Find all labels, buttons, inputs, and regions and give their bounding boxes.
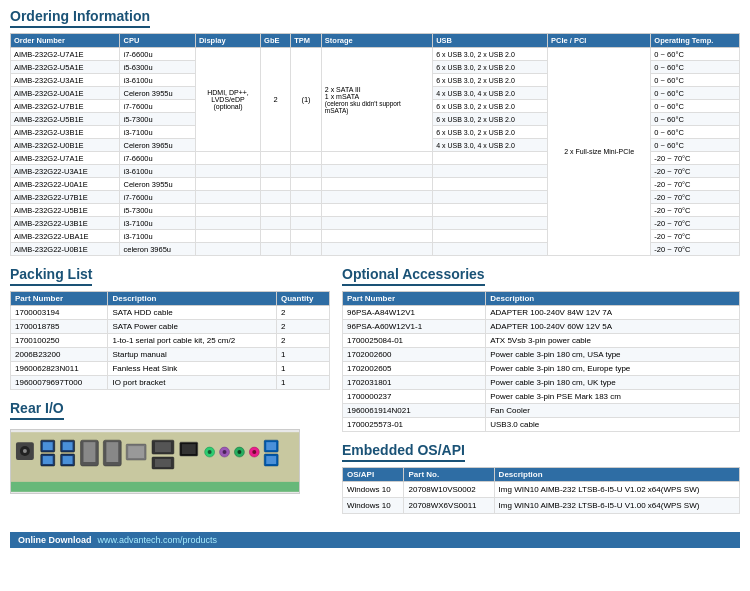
list-item: 2006B23200Startup manual1 bbox=[11, 348, 330, 362]
opt-desc: ATX 5Vsb 3-pin power cable bbox=[486, 334, 740, 348]
storage-cell bbox=[321, 191, 432, 204]
cpu-cell: i3-6100u bbox=[120, 74, 195, 87]
gbe-cell bbox=[261, 152, 291, 165]
temp-cell: 0 ~ 60°C bbox=[651, 100, 740, 113]
order-number-cell: AIMB-232G22-U7B1E bbox=[11, 191, 120, 204]
display-cell bbox=[195, 243, 260, 256]
packing-part: 1700100250 bbox=[11, 334, 108, 348]
packing-desc: SATA HDD cable bbox=[108, 306, 277, 320]
order-number-cell: AIMB-232G2-U0A1E bbox=[11, 87, 120, 100]
gbe-cell bbox=[261, 165, 291, 178]
packing-desc: SATA Power cable bbox=[108, 320, 277, 334]
opt-desc: Power cable 3-pin 180 cm, Europe type bbox=[486, 362, 740, 376]
opt-part: 1960061914N021 bbox=[343, 404, 486, 418]
cpu-cell: i3-6100u bbox=[120, 165, 195, 178]
usb-cell: 6 x USB 3.0, 2 x USB 2.0 bbox=[433, 113, 548, 126]
left-column: Packing List Part Number Description Qua… bbox=[10, 266, 330, 524]
col-display: Display bbox=[195, 34, 260, 48]
packing-qty: 2 bbox=[276, 306, 329, 320]
display-cell bbox=[195, 178, 260, 191]
cpu-cell: i7-7600u bbox=[120, 191, 195, 204]
tpm-cell bbox=[291, 165, 322, 178]
online-url[interactable]: www.advantech.com/products bbox=[98, 535, 218, 545]
list-item: Windows 1020708W10VS0002Img WIN10 AIMB-2… bbox=[343, 482, 740, 498]
packing-col-desc: Description bbox=[108, 292, 277, 306]
os-desc: Img WIN10 AIMB-232 LTSB-6-I5-U V1.00 x64… bbox=[494, 498, 739, 514]
list-item: 1960062823N011Fanless Heat Sink1 bbox=[11, 362, 330, 376]
packing-qty: 2 bbox=[276, 334, 329, 348]
packing-part: 1700003194 bbox=[11, 306, 108, 320]
usb-cell: 6 x USB 3.0, 2 x USB 2.0 bbox=[433, 126, 548, 139]
list-item: 1700025084-01ATX 5Vsb 3-pin power cable bbox=[343, 334, 740, 348]
svg-rect-36 bbox=[11, 481, 299, 491]
ordering-section: Ordering Information Order Number CPU Di… bbox=[10, 8, 740, 256]
usb-cell: 6 x USB 3.0, 2 x USB 2.0 bbox=[433, 74, 548, 87]
packing-qty: 1 bbox=[276, 362, 329, 376]
list-item: 1702031801Power cable 3-pin 180 cm, UK t… bbox=[343, 376, 740, 390]
list-item: 1960061914N021Fan Cooler bbox=[343, 404, 740, 418]
col-storage: Storage bbox=[321, 34, 432, 48]
packing-col-part: Part Number bbox=[11, 292, 108, 306]
svg-rect-9 bbox=[63, 442, 73, 450]
packing-col-qty: Quantity bbox=[276, 292, 329, 306]
usb-cell: 6 x USB 3.0, 2 x USB 2.0 bbox=[433, 48, 548, 61]
order-number-cell: AIMB-232G2-U3B1E bbox=[11, 126, 120, 139]
temp-cell: 0 ~ 60°C bbox=[651, 126, 740, 139]
temp-cell: -20 ~ 70°C bbox=[651, 178, 740, 191]
optional-table: Part Number Description 96PSA-A84W12V1AD… bbox=[342, 291, 740, 432]
list-item: 96PSA-A60W12V1-1ADAPTER 100-240V 60W 12V… bbox=[343, 320, 740, 334]
svg-rect-13 bbox=[83, 442, 95, 462]
table-row: AIMB-232G2-U7A1Ei7-6600uHDMI, DP++,LVDS/… bbox=[11, 48, 740, 61]
os-col-desc: Description bbox=[494, 468, 739, 482]
pcie-cell: 2 x Full-size Mini-PCIe bbox=[548, 48, 651, 256]
storage-cell bbox=[321, 230, 432, 243]
list-item: Windows 1020708WX6VS0011Img WIN10 AIMB-2… bbox=[343, 498, 740, 514]
storage-cell bbox=[321, 165, 432, 178]
svg-rect-35 bbox=[266, 456, 276, 464]
order-number-cell: AIMB-232G22-U0B1E bbox=[11, 243, 120, 256]
order-number-cell: AIMB-232G22-U5B1E bbox=[11, 204, 120, 217]
packing-section: Packing List Part Number Description Qua… bbox=[10, 266, 330, 390]
svg-rect-23 bbox=[182, 444, 196, 454]
display-cell bbox=[195, 204, 260, 217]
os-part: 20708WX6VS0011 bbox=[404, 498, 494, 514]
tpm-cell bbox=[291, 191, 322, 204]
opt-desc: Fan Cooler bbox=[486, 404, 740, 418]
temp-cell: -20 ~ 70°C bbox=[651, 152, 740, 165]
tpm-cell bbox=[291, 204, 322, 217]
packing-part: 1700018785 bbox=[11, 320, 108, 334]
tpm-cell bbox=[291, 217, 322, 230]
list-item: 1700000237Power cable 3-pin PSE Mark 183… bbox=[343, 390, 740, 404]
rear-io-title: Rear I/O bbox=[10, 400, 64, 420]
packing-part: 2006B23200 bbox=[11, 348, 108, 362]
order-number-cell: AIMB-232G2-U3A1E bbox=[11, 74, 120, 87]
packing-desc: Fanless Heat Sink bbox=[108, 362, 277, 376]
order-number-cell: AIMB-232G2-U7B1E bbox=[11, 100, 120, 113]
temp-cell: -20 ~ 70°C bbox=[651, 243, 740, 256]
opt-part: 96PSA-A60W12V1-1 bbox=[343, 320, 486, 334]
usb-cell bbox=[433, 243, 548, 256]
os-api: Windows 10 bbox=[343, 498, 404, 514]
storage-cell: 2 x SATA III1 x mSATA(celeron sku didn't… bbox=[321, 48, 432, 152]
opt-part: 1700025084-01 bbox=[343, 334, 486, 348]
temp-cell: -20 ~ 70°C bbox=[651, 217, 740, 230]
opt-desc: ADAPTER 100-240V 84W 12V 7A bbox=[486, 306, 740, 320]
temp-cell: 0 ~ 60°C bbox=[651, 74, 740, 87]
os-part: 20708W10VS0002 bbox=[404, 482, 494, 498]
svg-rect-19 bbox=[155, 442, 171, 452]
packing-qty: 2 bbox=[276, 320, 329, 334]
cpu-cell: i3-7100u bbox=[120, 230, 195, 243]
order-number-cell: AIMB-232G22-U3B1E bbox=[11, 217, 120, 230]
svg-point-29 bbox=[237, 450, 241, 454]
opt-desc: USB3.0 cable bbox=[486, 418, 740, 432]
tpm-cell bbox=[291, 230, 322, 243]
right-column: Optional Accessories Part Number Descrip… bbox=[342, 266, 740, 524]
gbe-cell: 2 bbox=[261, 48, 291, 152]
opt-col-part: Part Number bbox=[343, 292, 486, 306]
online-label: Online Download bbox=[18, 535, 92, 545]
col-cpu: CPU bbox=[120, 34, 195, 48]
opt-part: 1700025573-01 bbox=[343, 418, 486, 432]
temp-cell: 0 ~ 60°C bbox=[651, 48, 740, 61]
svg-point-31 bbox=[252, 450, 256, 454]
gbe-cell bbox=[261, 204, 291, 217]
